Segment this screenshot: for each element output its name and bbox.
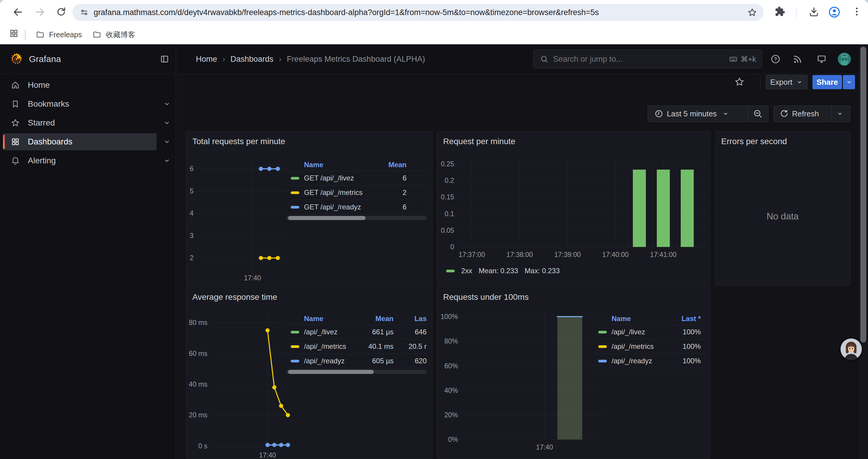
breadcrumb-dashboards[interactable]: Dashboards bbox=[230, 55, 274, 64]
legend-row[interactable]: GET /api/_/metrics 2 bbox=[286, 186, 427, 200]
url-bar[interactable]: grafana.mathmast.com/d/deytv4rwavabkb/fr… bbox=[72, 4, 764, 21]
dock-menu-icon[interactable] bbox=[159, 54, 169, 64]
refresh-button[interactable]: Refresh bbox=[773, 105, 850, 122]
chevron-down-icon[interactable] bbox=[163, 100, 171, 108]
export-button[interactable]: Export bbox=[766, 75, 807, 89]
chevron-down-icon[interactable] bbox=[163, 138, 171, 146]
svg-text:17:40:00: 17:40:00 bbox=[602, 251, 629, 258]
legend-header[interactable]: Name Mean bbox=[286, 159, 427, 171]
bookmark-folder-freeleaps[interactable]: Freeleaps bbox=[31, 27, 87, 42]
grafana-logo-icon[interactable] bbox=[9, 52, 24, 66]
extensions-icon[interactable] bbox=[775, 6, 787, 19]
chevron-down-icon[interactable] bbox=[163, 119, 171, 127]
breadcrumb-separator: › bbox=[222, 55, 225, 64]
keyboard-icon bbox=[729, 55, 738, 64]
breadcrumb: Home › Dashboards › Freeleaps Metrics Da… bbox=[196, 44, 425, 74]
time-range-picker[interactable]: Last 5 minutes bbox=[648, 105, 769, 122]
svg-text:40%: 40% bbox=[444, 387, 458, 394]
bookmark-folder-blogs[interactable]: 收藏博客 bbox=[88, 27, 140, 42]
legend-row[interactable]: GET /api/_/readyz 6 bbox=[286, 200, 427, 215]
reload-icon[interactable] bbox=[56, 6, 68, 19]
apps-grid-icon[interactable] bbox=[9, 28, 21, 41]
panel-avg-response: Average response time 17:400 s20 ms40 ms… bbox=[186, 287, 433, 459]
chevron-down-icon bbox=[845, 78, 852, 86]
legend-scrollbar[interactable] bbox=[286, 216, 427, 220]
home-icon bbox=[11, 80, 20, 90]
svg-text:0.05: 0.05 bbox=[441, 227, 454, 234]
news-rss-icon[interactable] bbox=[793, 54, 803, 64]
bookmark-star-icon[interactable] bbox=[747, 7, 757, 18]
nav-menu: Home Bookmarks Starred Dashboards bbox=[0, 74, 176, 169]
bookmark-label: 收藏博客 bbox=[106, 30, 135, 40]
svg-text:0.25: 0.25 bbox=[441, 160, 454, 168]
chevron-down-icon[interactable] bbox=[836, 110, 843, 117]
panel-total-requests: Total requests per minute 17:4023456 Nam… bbox=[186, 131, 433, 286]
sidebar-item-home[interactable]: Home bbox=[3, 76, 173, 94]
svg-text:2: 2 bbox=[190, 254, 193, 262]
user-avatar[interactable] bbox=[838, 53, 851, 66]
legend-row[interactable]: /api/_/livez 661 µs 646 bbox=[286, 325, 427, 339]
folder-icon bbox=[92, 30, 102, 39]
brand-header: Grafana bbox=[0, 44, 176, 74]
legend-row[interactable]: /api/_/readyz 605 µs 620 bbox=[286, 354, 427, 368]
help-icon[interactable] bbox=[770, 54, 781, 64]
top-nav: Home › Dashboards › Freeleaps Metrics Da… bbox=[176, 44, 868, 74]
svg-text:0.2: 0.2 bbox=[445, 177, 454, 184]
menu-dots-icon[interactable] bbox=[851, 6, 864, 19]
share-button[interactable]: Share bbox=[812, 75, 842, 89]
svg-text:60%: 60% bbox=[444, 362, 458, 370]
toolbar-divider bbox=[796, 8, 797, 17]
sidebar-item-starred[interactable]: Starred bbox=[3, 114, 173, 131]
folder-icon bbox=[35, 30, 45, 39]
svg-text:17:38:00: 17:38:00 bbox=[506, 251, 533, 258]
legend-row[interactable]: /api/_/metrics 100% bbox=[594, 339, 706, 354]
panel-request-per-minute: Request per minute 17:37:0017:38:0017:39… bbox=[437, 131, 710, 286]
chevron-down-icon bbox=[796, 78, 803, 86]
brand-name[interactable]: Grafana bbox=[29, 44, 61, 74]
kiosk-monitor-icon[interactable] bbox=[816, 54, 827, 64]
legend-header[interactable]: Name Mean Las bbox=[286, 313, 427, 325]
search-icon bbox=[540, 55, 548, 63]
panel-title[interactable]: Errors per second bbox=[721, 137, 787, 146]
search-input[interactable] bbox=[553, 54, 729, 64]
legend-row[interactable]: /api/_/livez 100% bbox=[594, 325, 706, 339]
svg-text:80 ms: 80 ms bbox=[189, 319, 208, 326]
svg-text:20%: 20% bbox=[444, 411, 458, 419]
share-menu-button[interactable] bbox=[843, 75, 855, 89]
legend-inline[interactable]: 2xx Mean: 0.233 Max: 0.233 bbox=[446, 267, 560, 275]
favorite-star-icon[interactable] bbox=[734, 76, 745, 87]
sidebar-item-bookmarks[interactable]: Bookmarks bbox=[3, 95, 173, 112]
apps-icon bbox=[11, 137, 20, 146]
svg-text:100%: 100% bbox=[440, 313, 458, 321]
main-column: Home › Dashboards › Freeleaps Metrics Da… bbox=[176, 44, 868, 459]
svg-text:3: 3 bbox=[190, 232, 193, 239]
scrollbar-thumb[interactable] bbox=[860, 47, 866, 342]
legend-row[interactable]: /api/_/metrics 40.1 ms 20.5 r bbox=[286, 339, 427, 354]
search-box[interactable]: ⌘+k bbox=[533, 50, 762, 68]
site-settings-icon[interactable] bbox=[80, 8, 89, 17]
series-color-dash bbox=[291, 345, 299, 348]
sidebar-item-alerting[interactable]: Alerting bbox=[3, 152, 173, 169]
breadcrumb-home[interactable]: Home bbox=[196, 55, 217, 64]
legend-row[interactable]: GET /api/_/livez 6 bbox=[286, 171, 427, 186]
zoom-out-icon[interactable] bbox=[753, 109, 763, 119]
assistant-avatar[interactable] bbox=[840, 338, 862, 360]
series-color-dash bbox=[446, 270, 455, 272]
svg-text:17:41:00: 17:41:00 bbox=[650, 251, 677, 258]
back-icon[interactable] bbox=[12, 6, 24, 19]
profile-avatar-icon[interactable] bbox=[829, 6, 841, 19]
legend-scrollbar[interactable] bbox=[286, 370, 427, 374]
svg-text:0 s: 0 s bbox=[198, 442, 208, 450]
url-text[interactable]: grafana.mathmast.com/d/deytv4rwavabkb/fr… bbox=[94, 8, 747, 17]
legend-header[interactable]: Name Last * bbox=[594, 313, 706, 325]
sidebar-item-dashboards[interactable]: Dashboards bbox=[3, 133, 173, 150]
series-color-dash bbox=[291, 206, 299, 208]
svg-text:60 ms: 60 ms bbox=[189, 350, 208, 357]
downloads-icon[interactable] bbox=[808, 6, 821, 19]
svg-text:0.1: 0.1 bbox=[445, 210, 454, 218]
chevron-down-icon[interactable] bbox=[163, 157, 171, 165]
star-icon bbox=[11, 118, 20, 128]
forward-icon[interactable] bbox=[34, 6, 47, 19]
legend-row[interactable]: /api/_/readyz 100% bbox=[594, 354, 706, 368]
breadcrumb-current: Freeleaps Metrics Dashboard (ALPHA) bbox=[287, 55, 425, 64]
